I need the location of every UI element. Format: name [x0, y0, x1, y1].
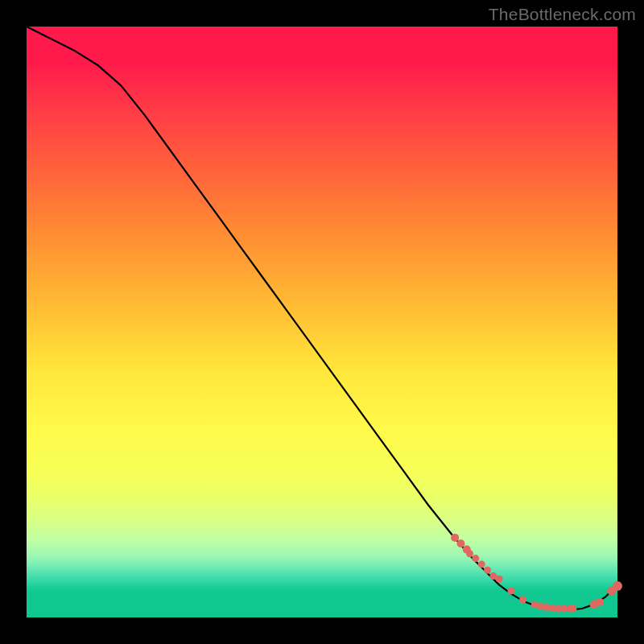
- dot: [570, 605, 577, 613]
- dot: [613, 581, 622, 591]
- chart-frame: TheBottleneck.com: [0, 0, 644, 644]
- dot: [457, 539, 465, 547]
- watermark-text: TheBottleneck.com: [489, 5, 636, 24]
- bottleneck-curve: [27, 27, 617, 610]
- chart-svg: [27, 27, 617, 617]
- dot: [507, 588, 514, 595]
- highlight-dots: [451, 534, 622, 613]
- dot: [472, 555, 479, 562]
- dot: [519, 597, 526, 604]
- plot-area: [27, 27, 617, 617]
- dot: [596, 598, 604, 606]
- dot: [451, 534, 459, 542]
- dot: [466, 550, 473, 557]
- dot: [496, 576, 503, 583]
- dot: [478, 560, 485, 568]
- dot: [484, 567, 491, 574]
